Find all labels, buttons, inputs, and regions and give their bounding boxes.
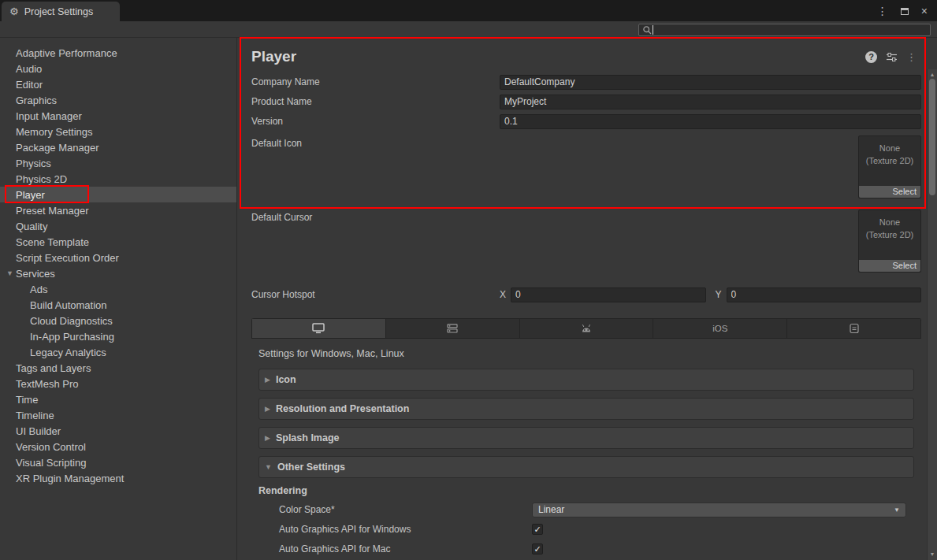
sidebar-item[interactable]: ▼ Script Execution Order (0, 250, 236, 265)
tab-standalone[interactable] (251, 318, 385, 339)
field-label: Default Icon (251, 135, 858, 149)
sidebar-item-label: Package Manager (16, 142, 99, 154)
sidebar-item-label: Audio (16, 63, 42, 75)
hotspot-x-input[interactable] (511, 287, 706, 302)
sidebar-item[interactable]: ▼ Preset Manager (0, 202, 236, 218)
foldout-arrow-icon[interactable]: ▼ (6, 269, 16, 277)
product-name-input[interactable] (500, 95, 921, 109)
color-space-dropdown[interactable]: Linear ▼ (532, 503, 906, 517)
company-name-input[interactable] (500, 75, 921, 90)
sidebar-item[interactable]: ▼ XR Plugin Management (0, 470, 236, 486)
foldout-section[interactable]: ▶ Resolution and Presentation (258, 398, 914, 420)
default-icon-object-field[interactable]: None (Texture 2D) Select (858, 135, 921, 198)
foldout-section-other-settings[interactable]: ▼ Other Settings (258, 456, 914, 478)
sidebar-item[interactable]: ▼ Ads (0, 281, 236, 297)
hotspot-y-input[interactable] (727, 287, 922, 302)
search-box[interactable] (638, 24, 931, 36)
close-icon[interactable]: × (921, 6, 928, 17)
sidebar-item[interactable]: ▼ Visual Scripting (0, 454, 236, 470)
tab-tvos[interactable] (786, 318, 921, 339)
sidebar-item-label: Visual Scripting (16, 457, 86, 469)
checkbox-row: Auto Graphics API for Mac ✓ (279, 541, 906, 557)
foldout-section[interactable]: ▶ Splash Image (258, 427, 914, 449)
platform-tab-bar: iOS (251, 318, 921, 339)
checkbox[interactable]: ✓ (532, 543, 543, 554)
scroll-down-icon[interactable]: ▼ (928, 550, 937, 559)
settings-category-list: ▼ Adaptive Performance ▼ Audio ▼ Editor … (0, 38, 236, 560)
help-icon[interactable]: ? (865, 51, 877, 63)
sidebar-item[interactable]: ▼ UI Builder (0, 423, 236, 439)
foldout-arrow-icon: ▼ (265, 463, 272, 471)
sidebar-item[interactable]: ▼ Legacy Analytics (0, 344, 236, 360)
sidebar-item[interactable]: ▼ Graphics (0, 92, 236, 108)
sidebar-item[interactable]: ▼ Editor (0, 76, 236, 92)
sidebar-item[interactable]: ▼ Build Automation (0, 297, 236, 313)
version-row: Version (251, 113, 921, 129)
foldout-arrow-icon: ▶ (265, 434, 270, 442)
sidebar-item-label: XR Plugin Management (16, 473, 124, 484)
sidebar-item-label: Scene Template (16, 236, 89, 248)
window-menu-icon[interactable]: ⋮ (877, 6, 888, 17)
field-label: Auto Graphics API for Mac (279, 543, 532, 554)
sidebar-item[interactable]: ▼ Cloud Diagnostics (0, 313, 236, 328)
window-title: Project Settings (24, 6, 94, 17)
preset-icon[interactable] (886, 52, 898, 62)
sidebar-item[interactable]: ▼ Version Control (0, 439, 236, 454)
sidebar-item-label: Memory Settings (16, 126, 93, 138)
toolbar (0, 21, 937, 38)
default-icon-select-button[interactable]: Select (859, 186, 920, 198)
sidebar-item[interactable]: ▼ Audio (0, 61, 236, 76)
checkbox[interactable]: ✓ (532, 524, 543, 535)
field-label: Default Cursor (251, 210, 858, 223)
sidebar-item-label: Adaptive Performance (16, 47, 117, 59)
color-space-row: Color Space* Linear ▼ (279, 502, 906, 517)
panel-header: Player ? ⋮ (251, 46, 921, 68)
sidebar-item-label: Timeline (16, 410, 54, 421)
context-menu-icon[interactable]: ⋮ (906, 51, 917, 63)
foldout-section[interactable]: ▶ Icon (258, 369, 914, 391)
object-field-none-label: None (Texture 2D) (859, 136, 920, 167)
sidebar-item[interactable]: ▼ Tags and Layers (0, 360, 236, 376)
android-icon (580, 324, 593, 333)
scrollbar-thumb[interactable] (929, 79, 935, 195)
tab-ios[interactable]: iOS (653, 318, 786, 339)
sidebar-item[interactable]: ▼ Quality (0, 218, 236, 234)
sidebar-item-label: Editor (16, 79, 43, 91)
sidebar-item[interactable]: ▼ In-App Purchasing (0, 328, 236, 344)
field-label: Color Space* (279, 504, 532, 515)
checkbox-row: Auto Graphics API for Windows ✓ (279, 521, 906, 537)
version-input[interactable] (500, 114, 921, 129)
sidebar-item[interactable]: ▼ TextMesh Pro (0, 376, 236, 391)
sidebar-item[interactable]: ▼ Adaptive Performance (0, 45, 236, 61)
dropdown-value: Linear (538, 504, 564, 515)
sidebar-item[interactable]: ▼ Scene Template (0, 234, 236, 250)
default-cursor-object-field[interactable]: None (Texture 2D) Select (858, 210, 921, 273)
window-controls: ⋮ × (877, 6, 937, 17)
sidebar-item-label: Graphics (16, 95, 57, 106)
sidebar-item[interactable]: ▼ Player (0, 187, 236, 202)
sidebar-item-label: UI Builder (16, 425, 61, 437)
tab-dedicated-server[interactable] (385, 318, 519, 339)
sidebar-item-label: Version Control (16, 441, 86, 453)
sidebar-item[interactable]: ▼ Physics (0, 155, 236, 171)
sidebar-item[interactable]: ▼ Input Manager (0, 108, 236, 124)
field-label: Company Name (251, 76, 500, 87)
sidebar-item[interactable]: ▼ Memory Settings (0, 124, 236, 139)
window-tab-project-settings[interactable]: ⚙ Project Settings (2, 2, 120, 21)
sidebar-item-label: Physics (16, 158, 51, 169)
tab-android[interactable] (519, 318, 653, 339)
sidebar-item[interactable]: ▼ Package Manager (0, 139, 236, 155)
sidebar-item-label: TextMesh Pro (16, 378, 78, 390)
sidebar-item[interactable]: ▼ Services (0, 265, 236, 281)
sidebar-item-label: In-App Purchasing (30, 331, 114, 343)
search-input[interactable] (653, 25, 927, 35)
maximize-icon[interactable] (901, 6, 909, 17)
sidebar-item[interactable]: ▼ Time (0, 391, 236, 407)
checkmark-icon: ✓ (534, 525, 541, 534)
sidebar-item[interactable]: ▼ Timeline (0, 407, 236, 423)
sidebar-item[interactable]: ▼ Physics 2D (0, 171, 236, 187)
default-cursor-select-button[interactable]: Select (859, 260, 920, 272)
foldout-arrow-icon: ▶ (265, 376, 270, 384)
collapsed-sections: ▶ Icon ▶ Resolution and Presentation ▶ S… (251, 369, 921, 449)
vertical-scrollbar[interactable]: ▲ ▼ (927, 69, 937, 560)
